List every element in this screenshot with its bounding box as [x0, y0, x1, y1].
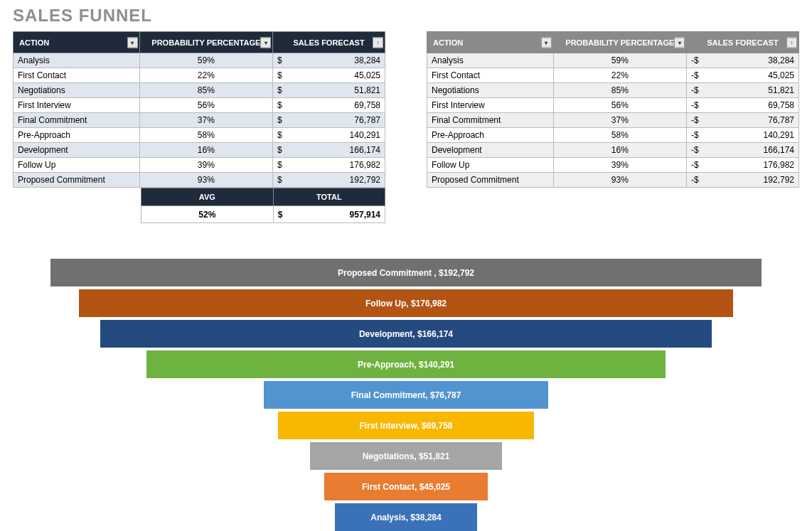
currency-symbol: -$: [691, 130, 699, 140]
currency-symbol: $: [277, 115, 282, 125]
currency-symbol: -$: [691, 85, 699, 95]
forecast-value: 69,758: [354, 100, 380, 110]
summary-total-num: 957,914: [350, 210, 380, 220]
cell-prob: 56%: [139, 98, 273, 113]
col-header-prob[interactable]: PROBABILITY PERCENTAGE ▾: [553, 32, 687, 53]
cell-action: Follow Up: [14, 158, 140, 173]
forecast-value: 51,821: [768, 85, 794, 95]
cell-action: First Contact: [427, 68, 554, 83]
currency-symbol: $: [277, 160, 282, 170]
table-row: Development16%-$166,174: [427, 143, 799, 158]
col-header-prob-label: PROBABILITY PERCENTAGE: [151, 38, 260, 47]
cell-action: Development: [427, 143, 554, 158]
cell-action: First Interview: [427, 98, 554, 113]
currency-symbol: -$: [691, 175, 699, 185]
currency-symbol: -$: [691, 55, 699, 65]
funnel-bar: Negotiations, $51,821: [310, 442, 502, 470]
cell-prob: 39%: [553, 158, 687, 173]
cell-prob: 59%: [139, 53, 273, 68]
currency-symbol: $: [277, 55, 282, 65]
cell-action: Final Commitment: [14, 113, 140, 128]
col-header-forecast-label: SALES FORECAST: [707, 38, 778, 47]
filter-dropdown-icon[interactable]: ▾: [127, 37, 138, 48]
funnel-chart: Proposed Commitment , $192,792Follow Up,…: [0, 223, 812, 531]
cell-forecast: $192,792: [273, 173, 385, 188]
cell-prob: 16%: [139, 143, 273, 158]
forecast-value: 176,982: [764, 160, 794, 170]
forecast-value: 192,792: [350, 175, 380, 185]
col-header-forecast[interactable]: SALES FORECAST ↑: [687, 32, 799, 53]
currency-symbol: $: [277, 130, 282, 140]
funnel-bar: Pre-Approach, $140,291: [146, 350, 666, 378]
funnel-bar: First Interview, $69,758: [278, 412, 534, 439]
cell-forecast: -$51,821: [687, 83, 799, 98]
forecast-value: 76,787: [354, 115, 380, 125]
col-header-prob[interactable]: PROBABILITY PERCENTAGE ▾: [139, 32, 273, 53]
currency-symbol: $: [277, 70, 282, 80]
forecast-value: 69,758: [768, 100, 794, 110]
cell-forecast: -$140,291: [687, 128, 799, 143]
filter-dropdown-icon[interactable]: ▾: [260, 37, 271, 48]
table-row: Development16%$166,174: [14, 143, 385, 158]
cell-action: Negotiations: [427, 83, 554, 98]
forecast-value: 166,174: [350, 145, 380, 155]
col-header-forecast-label: SALES FORECAST: [293, 38, 364, 47]
funnel-bar: Analysis, $38,284: [335, 503, 477, 531]
currency-symbol: -$: [691, 70, 699, 80]
cell-prob: 58%: [553, 128, 687, 143]
col-header-forecast[interactable]: SALES FORECAST ↑: [273, 32, 385, 53]
col-header-action[interactable]: ACTION ▾: [427, 32, 554, 53]
forecast-value: 51,821: [354, 85, 380, 95]
currency-symbol: -$: [691, 115, 699, 125]
currency-symbol: -$: [691, 160, 699, 170]
forecast-value: 166,174: [764, 145, 794, 155]
table-row: Analysis59%-$38,284: [427, 53, 799, 68]
table-row: First Interview56%$69,758: [14, 98, 385, 113]
currency-symbol: $: [277, 85, 282, 95]
table-row: Negotiations85%-$51,821: [427, 83, 799, 98]
cell-forecast: $69,758: [273, 98, 385, 113]
table-row: First Contact22%$45,025: [14, 68, 385, 83]
forecast-value: 45,025: [354, 70, 380, 80]
cell-forecast: -$76,787: [687, 113, 799, 128]
table-row: Pre-Approach58%$140,291: [14, 128, 385, 143]
cell-action: Pre-Approach: [427, 128, 554, 143]
sort-asc-icon[interactable]: ↑: [786, 37, 797, 48]
table-row: Proposed Commitment93%-$192,792: [427, 173, 799, 188]
cell-prob: 85%: [553, 83, 687, 98]
cell-prob: 22%: [139, 68, 273, 83]
forecast-value: 140,291: [350, 130, 380, 140]
col-header-action-label: ACTION: [433, 38, 463, 47]
left-table-wrap: ACTION ▾ PROBABILITY PERCENTAGE ▾ SALES …: [13, 31, 385, 223]
cell-action: Negotiations: [14, 83, 140, 98]
currency-symbol: $: [277, 145, 282, 155]
cell-prob: 16%: [553, 143, 687, 158]
cell-action: Final Commitment: [427, 113, 554, 128]
table-row: Pre-Approach58%-$140,291: [427, 128, 799, 143]
cell-action: Analysis: [14, 53, 140, 68]
cell-forecast: $38,284: [273, 53, 385, 68]
cell-forecast: -$69,758: [687, 98, 799, 113]
currency-symbol: $: [277, 100, 282, 110]
currency-symbol: $: [278, 210, 283, 220]
page-title: SALES FUNNEL: [0, 0, 812, 31]
filter-dropdown-icon[interactable]: ▾: [674, 37, 685, 48]
filter-dropdown-icon[interactable]: ▾: [541, 37, 552, 48]
cell-prob: 56%: [553, 98, 687, 113]
cell-forecast: -$166,174: [687, 143, 799, 158]
forecast-value: 176,982: [350, 160, 380, 170]
cell-action: Analysis: [427, 53, 554, 68]
cell-prob: 93%: [139, 173, 273, 188]
col-header-action[interactable]: ACTION ▾: [14, 32, 140, 53]
forecast-value: 38,284: [354, 55, 380, 65]
right-table: ACTION ▾ PROBABILITY PERCENTAGE ▾ SALES …: [427, 31, 799, 188]
sort-asc-icon[interactable]: ↑: [373, 37, 383, 48]
cell-forecast: $176,982: [273, 158, 385, 173]
table-row: Follow Up39%-$176,982: [427, 158, 799, 173]
table-row: Final Commitment37%-$76,787: [427, 113, 799, 128]
col-header-prob-label: PROBABILITY PERCENTAGE: [565, 38, 674, 47]
cell-forecast: $76,787: [273, 113, 385, 128]
summary-total-value: $ 957,914: [273, 206, 385, 223]
cell-prob: 39%: [139, 158, 273, 173]
forecast-value: 38,284: [768, 55, 794, 65]
